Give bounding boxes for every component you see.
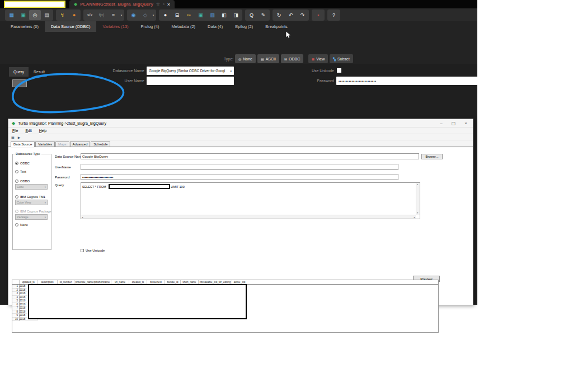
run-process-icon[interactable]: ↯: [57, 10, 68, 20]
radio-dot-icon: [15, 170, 18, 173]
tab-variables[interactable]: Variables (13): [96, 21, 134, 32]
radio-ibm-cognos-tm1[interactable]: IBM Cognos TM1: [15, 195, 45, 199]
horizontal-scrollbar[interactable]: ◂ ▸: [81, 215, 416, 219]
type-option-none[interactable]: ◎ None: [235, 54, 256, 63]
redo-icon[interactable]: ↷: [297, 10, 308, 20]
column-header: url_name: [111, 280, 129, 284]
copy-icon[interactable]: ▣: [17, 10, 29, 20]
tab-data-source[interactable]: Data Source (ODBC): [45, 21, 96, 32]
tab-prolog[interactable]: Prolog (4): [135, 21, 166, 32]
password-input[interactable]: ••••••••••••••••••••••••••: [336, 77, 477, 85]
tab-epilog[interactable]: Epilog (2): [229, 21, 259, 32]
popout-window-icon[interactable]: ▫: [163, 2, 165, 7]
datasource-name-select[interactable]: Google BigQuery (Simba ODBC Driver for G…: [147, 67, 234, 75]
vertical-scrollbar[interactable]: ▴ ▾: [416, 183, 420, 215]
save-icon[interactable]: ▦: [11, 135, 15, 139]
tab-parameters[interactable]: Parameters (0): [4, 21, 45, 32]
browser-tab-strip: ◆ PLANNING:ztest_Bugra_BigQuery ☆ ▫ ×: [0, 0, 477, 8]
dialog-tab-data-source[interactable]: Data Source: [11, 141, 35, 147]
cut-icon[interactable]: ✂: [183, 10, 195, 20]
radio-text[interactable]: Text: [15, 170, 26, 173]
maximize-icon[interactable]: ▢: [452, 119, 456, 127]
radio-none[interactable]: None: [15, 223, 28, 226]
close-icon[interactable]: ×: [464, 119, 467, 127]
toolbar-group-run: ↯ ●: [56, 10, 81, 21]
minimize-icon[interactable]: –: [440, 119, 442, 127]
menu-help[interactable]: Help: [39, 129, 46, 133]
scroll-left-icon[interactable]: ◂: [82, 216, 83, 219]
type-option-subset[interactable]: ▚ Subset: [330, 54, 353, 63]
query-text-after: LIMIT 100: [171, 185, 185, 188]
dropdown-caret-icon[interactable]: ▾: [119, 13, 124, 17]
close-tab-icon[interactable]: ×: [167, 2, 170, 7]
list-menu-icon[interactable]: ≡: [107, 10, 119, 20]
radio-odbo[interactable]: ODBO: [15, 180, 30, 183]
highlighted-blank-tab[interactable]: [4, 1, 65, 8]
favorite-star-icon[interactable]: ☆: [156, 2, 160, 7]
alerts-bell-icon[interactable]: ●: [68, 10, 80, 20]
user-name-input[interactable]: [147, 77, 234, 85]
dialog-tab-schedule[interactable]: Schedule: [91, 141, 110, 147]
function-icon[interactable]: f(x): [96, 10, 107, 20]
dropdown-caret-icon[interactable]: ▾: [151, 13, 156, 17]
info-icon[interactable]: ?: [328, 10, 340, 20]
dialog-tab-variables[interactable]: Variables: [35, 141, 55, 147]
database-icon[interactable]: ⊟: [171, 10, 183, 20]
use-unicode-checkbox[interactable]: [81, 249, 84, 252]
delete-icon[interactable]: ▪: [312, 10, 324, 20]
tab-data[interactable]: Data (4): [201, 21, 229, 32]
dialog-tab-maps[interactable]: Maps: [55, 141, 69, 147]
panel-right-icon[interactable]: ◨: [230, 10, 242, 20]
diamond-icon[interactable]: ◇: [139, 10, 151, 20]
dialog-username-input[interactable]: [81, 164, 398, 170]
scroll-up-icon[interactable]: ▴: [417, 183, 418, 186]
run-icon[interactable]: ▶: [18, 135, 21, 139]
dialog-tabs: Data Source Variables Maps Advanced Sche…: [8, 140, 473, 147]
use-unicode-checkbox[interactable]: [337, 68, 341, 73]
dialog-use-unicode[interactable]: Use Unicode: [81, 249, 105, 252]
column-header: active_ind: [232, 280, 247, 284]
column-header: created_ts: [129, 280, 147, 284]
comment-icon[interactable]: ●: [159, 10, 171, 20]
edit-pencil-icon[interactable]: ✎: [257, 10, 269, 20]
dialog-tab-advanced[interactable]: Advanced: [70, 141, 91, 147]
query-textarea[interactable]: SELECT * FROM ` LIMIT 100 ▴ ▾ ◂ ▸: [81, 182, 420, 219]
browse-button[interactable]: Browse...: [421, 154, 443, 159]
menu-file[interactable]: File: [12, 129, 18, 133]
tab-metadata[interactable]: Metadata (2): [166, 21, 202, 32]
menu-edit[interactable]: Edit: [26, 129, 32, 133]
dialog-password-value: •••••••••••••••••••••••••: [82, 176, 114, 179]
dialog-password-input[interactable]: •••••••••••••••••••••••••: [81, 174, 398, 180]
dsn-label: Data Source Name: [55, 155, 83, 158]
paste-icon[interactable]: ▥: [206, 10, 218, 20]
browser-tab[interactable]: ◆ PLANNING:ztest_Bugra_BigQuery ☆ ▫ ×: [69, 0, 175, 8]
save-icon[interactable]: ▦: [6, 10, 17, 20]
tab-breakpoints[interactable]: Breakpoints: [259, 21, 294, 32]
dsn-input[interactable]: Google BigQuery: [81, 153, 419, 159]
type-option-ascii[interactable]: ▤ ASCII: [257, 54, 279, 63]
toolbar-group-edit: ● ⊟ ✂ ▣ ▥ ◧ ◨: [159, 10, 242, 21]
commit-icon[interactable]: ◎: [29, 10, 41, 20]
dsn-value: Google BigQuery: [82, 155, 108, 158]
report-icon[interactable]: ▤: [41, 10, 53, 20]
duplicate-icon[interactable]: ▣: [195, 10, 206, 20]
undo-icon[interactable]: ↶: [285, 10, 297, 20]
panel-left-icon[interactable]: ◧: [218, 10, 230, 20]
scroll-right-icon[interactable]: ▸: [414, 216, 415, 219]
radio-ibm-cognos-package[interactable]: IBM Cognos Package: [15, 210, 51, 213]
radio-odbc[interactable]: ODBC: [15, 162, 30, 165]
radio-label: Text: [20, 170, 26, 173]
query-text: SELECT * FROM ` LIMIT 100: [82, 184, 185, 189]
refresh-icon[interactable]: ↻: [273, 10, 285, 20]
none-icon: ◎: [238, 57, 241, 61]
query-text-before: SELECT * FROM `: [82, 185, 108, 188]
type-option-odbc[interactable]: ⊟ ODBC: [281, 54, 303, 63]
search-icon[interactable]: Q: [246, 10, 257, 20]
code-icon[interactable]: </>: [84, 10, 96, 20]
bulb-icon[interactable]: ◉: [128, 10, 139, 20]
scroll-down-icon[interactable]: ▾: [417, 211, 418, 215]
column-header: id_number: [58, 280, 74, 284]
type-option-view[interactable]: ◼ View: [308, 54, 328, 63]
redacted-table-name: [109, 184, 170, 189]
type-segmented-control: ◎ None ▤ ASCII ⊟ ODBC ◼ View ▚ Subset: [235, 54, 353, 63]
